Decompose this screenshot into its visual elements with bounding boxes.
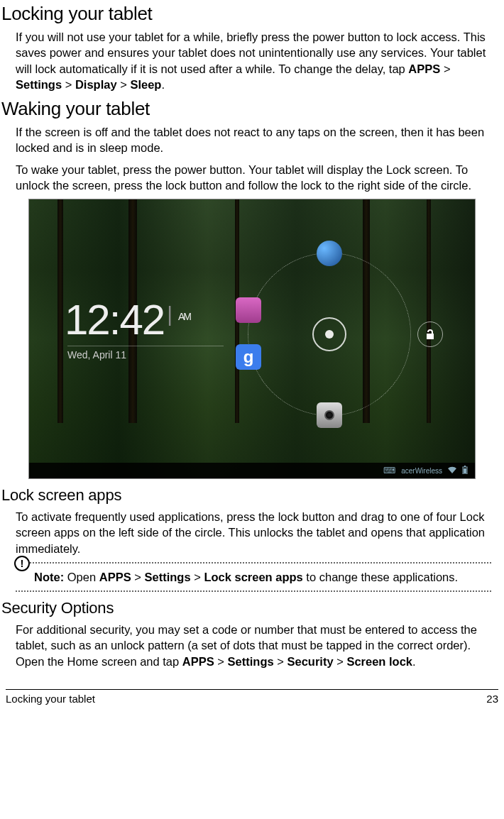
separator: > (191, 571, 204, 583)
nav-path-security: Security (287, 655, 333, 668)
nav-path-screen-lock: Screen lock (346, 655, 412, 668)
footer-chapter-title: Locking your tablet (6, 693, 95, 705)
nav-path-settings: Settings (144, 571, 190, 583)
svg-rect-1 (464, 466, 466, 467)
clock-date: Wed, April 11 (67, 346, 224, 361)
separator: > (131, 571, 145, 583)
paragraph-lockapps-1: To activate frequently used applications… (16, 509, 491, 556)
note-callout: ! Note: Open APPS > Settings > Lock scre… (16, 562, 491, 592)
nav-path-apps: APPS (408, 62, 440, 75)
clock-ampm: AM (178, 311, 190, 322)
wifi-icon (448, 466, 456, 475)
heading-lock-screen-apps: Lock screen apps (1, 486, 504, 505)
lockscreen-clock: 12:42|AM Wed, April 11 (65, 295, 224, 361)
lock-slider-handle[interactable] (312, 317, 346, 351)
separator: > (440, 62, 450, 75)
heading-locking: Locking your tablet (1, 3, 504, 25)
wallpaper-tree (57, 199, 63, 422)
text-segment: . (161, 78, 165, 91)
text-segment: to change these applications. (303, 571, 458, 583)
nav-path-sleep: Sleep (130, 78, 161, 91)
lock-slider-ring[interactable]: g (248, 253, 411, 416)
heading-security-options: Security Options (1, 599, 504, 617)
nav-path-lockscreen-apps: Lock screen apps (204, 571, 302, 583)
status-bar: ⌨ acerWireless (29, 463, 475, 478)
camera-lens-icon (324, 410, 334, 420)
unlock-padlock-icon (425, 329, 435, 340)
text-segment: . (412, 655, 416, 668)
separator: > (274, 655, 287, 668)
nav-path-settings: Settings (228, 655, 274, 668)
heading-waking: Waking your tablet (1, 98, 504, 120)
paragraph-security-1: For additional security, you may set a c… (16, 622, 491, 669)
gallery-icon[interactable] (236, 297, 261, 323)
separator: > (214, 655, 228, 668)
separator: > (334, 655, 347, 668)
lockscreen-figure: 12:42|AM Wed, April 11 g ⌨ acerWireless (28, 199, 476, 479)
footer-page-number: 23 (486, 693, 498, 705)
camera-icon[interactable] (317, 402, 342, 428)
clock-divider: | (167, 302, 171, 326)
note-text: Note: Open APPS > Settings > Lock screen… (34, 569, 491, 585)
paragraph-waking-1: If the screen is off and the tablet does… (16, 124, 491, 156)
nav-path-display: Display (75, 78, 117, 91)
wallpaper-tree (427, 199, 431, 422)
paragraph-locking-1: If you will not use your tablet for a wh… (16, 29, 491, 92)
network-name: acerWireless (401, 467, 442, 475)
page-footer: Locking your tablet 23 (6, 689, 498, 705)
clock-time-text: 12:42|AM (65, 295, 224, 344)
paragraph-waking-2: To wake your tablet, press the power but… (16, 162, 491, 194)
separator: > (117, 78, 131, 91)
browser-globe-icon[interactable] (317, 241, 342, 266)
nav-path-apps: APPS (99, 571, 131, 583)
note-label: Note: (34, 571, 64, 583)
unlock-target[interactable] (417, 321, 443, 347)
separator: > (62, 78, 75, 91)
nav-path-apps: APPS (182, 655, 214, 668)
keyboard-icon: ⌨ (383, 466, 395, 476)
text-segment: Open (64, 571, 99, 583)
battery-icon (462, 466, 468, 476)
nav-path-settings: Settings (16, 78, 62, 91)
svg-rect-2 (464, 468, 466, 473)
clock-time-value: 12:42 (65, 296, 164, 343)
google-search-icon[interactable]: g (236, 344, 261, 370)
alert-icon: ! (14, 556, 30, 571)
